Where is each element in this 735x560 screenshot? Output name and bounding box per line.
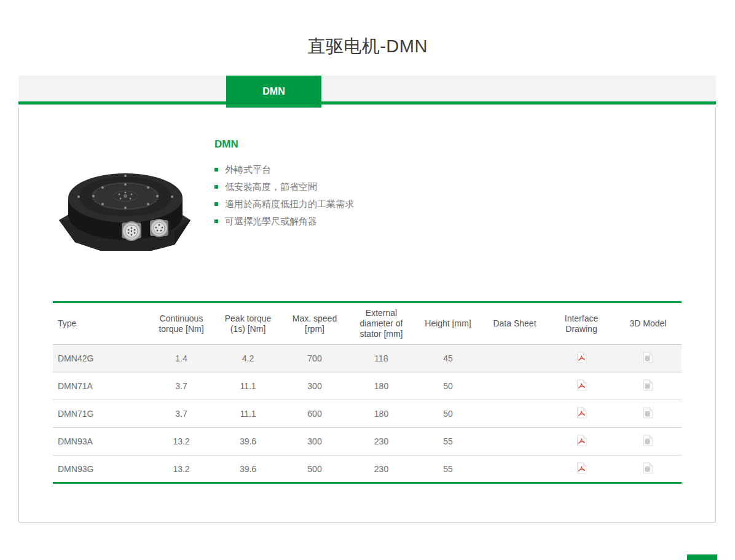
cell-3d-model xyxy=(615,373,682,400)
cell-type: DMN42G xyxy=(53,345,148,373)
connector-left xyxy=(122,222,141,240)
cell-max-speed: 300 xyxy=(281,428,348,455)
cell-data-sheet xyxy=(481,400,548,428)
3d-model-link[interactable] xyxy=(643,379,653,391)
column-header-external-diameter: External diameter of stator [mm] xyxy=(348,302,415,345)
cell-peak-torque: 11.1 xyxy=(214,373,281,400)
table-row: DMN93A13.239.630023055 xyxy=(53,428,682,455)
cell-max-speed: 500 xyxy=(281,455,348,483)
column-header-continuous-torque: Continuous torque [Nm] xyxy=(148,302,214,345)
table-row: DMN42G1.44.270011845 xyxy=(53,345,682,373)
cell-peak-torque: 4.2 xyxy=(214,345,281,373)
cell-3d-model xyxy=(615,455,682,483)
cell-data-sheet xyxy=(481,428,548,455)
feature-item: 外轉式平台 xyxy=(214,162,608,177)
cell-peak-torque: 11.1 xyxy=(214,400,281,428)
column-header-type: Type xyxy=(53,302,148,345)
3d-file-icon xyxy=(643,435,653,446)
column-header-peak-torque: Peak torque (1s) [Nm] xyxy=(214,302,281,345)
3d-file-icon xyxy=(643,407,653,419)
cell-type: DMN71A xyxy=(53,373,148,400)
pdf-icon xyxy=(576,407,587,419)
cell-type: DMN71G xyxy=(53,400,148,428)
cell-external-diameter: 180 xyxy=(348,373,415,400)
pdf-icon xyxy=(576,435,587,446)
dmn-motor-photo xyxy=(53,159,197,256)
cell-interface-drawing xyxy=(548,345,615,373)
feature-item: 適用於高精度低扭力的工業需求 xyxy=(214,197,608,211)
feature-text: 可選擇光學尺或解角器 xyxy=(225,214,317,229)
3d-file-icon xyxy=(643,379,653,391)
pdf-icon xyxy=(576,352,587,363)
column-header-data-sheet: Data Sheet xyxy=(481,302,548,345)
table-row: DMN71G3.711.160018050 xyxy=(53,400,682,428)
interface-drawing-link[interactable] xyxy=(576,352,587,363)
cell-peak-torque: 39.6 xyxy=(214,455,281,483)
3d-model-link[interactable] xyxy=(643,462,653,474)
feature-text: 適用於高精度低扭力的工業需求 xyxy=(225,197,354,211)
cell-max-speed: 600 xyxy=(281,400,348,428)
cell-data-sheet xyxy=(481,345,548,373)
bullet-square-icon xyxy=(214,202,218,206)
column-header-3d-model: 3D Model xyxy=(615,302,682,345)
cell-data-sheet xyxy=(481,373,548,400)
table-row: DMN93G13.239.650023055 xyxy=(53,455,682,483)
column-header-max-speed: Max. speed [rpm] xyxy=(281,302,348,345)
cell-type: DMN93G xyxy=(53,455,148,483)
cell-peak-torque: 39.6 xyxy=(214,428,281,455)
feature-text: 外轉式平台 xyxy=(225,162,271,177)
page-title: 直驱电机-DMN xyxy=(0,34,735,59)
interface-drawing-link[interactable] xyxy=(576,462,587,474)
feature-item: 可選擇光學尺或解角器 xyxy=(214,214,608,229)
feature-list: 外轉式平台低安裝高度，節省空間適用於高精度低扭力的工業需求可選擇光學尺或解角器 xyxy=(214,162,608,229)
pdf-icon xyxy=(576,379,587,391)
interface-drawing-link[interactable] xyxy=(576,407,587,419)
connector-right xyxy=(150,219,168,237)
pdf-icon xyxy=(576,462,587,474)
cell-continuous-torque: 13.2 xyxy=(148,428,214,455)
cell-external-diameter: 180 xyxy=(348,400,415,428)
product-image xyxy=(53,159,197,256)
spec-table-header-row: TypeContinuous torque [Nm]Peak torque (1… xyxy=(53,302,682,345)
cell-type: DMN93A xyxy=(53,428,148,455)
bullet-square-icon xyxy=(214,219,218,223)
cell-interface-drawing xyxy=(548,373,615,400)
product-panel: DMN 外轉式平台低安裝高度，節省空間適用於高精度低扭力的工業需求可選擇光學尺或… xyxy=(18,108,716,523)
cell-external-diameter: 230 xyxy=(348,455,415,483)
3d-model-link[interactable] xyxy=(643,352,653,363)
cell-3d-model xyxy=(615,345,682,373)
3d-model-link[interactable] xyxy=(643,435,653,446)
cell-continuous-torque: 13.2 xyxy=(148,455,214,483)
tab-dmn[interactable]: DMN xyxy=(226,76,321,108)
cell-height: 50 xyxy=(415,400,481,428)
bullet-square-icon xyxy=(214,168,218,172)
cell-height: 50 xyxy=(415,373,481,400)
cell-height: 55 xyxy=(415,428,481,455)
feature-text: 低安裝高度，節省空間 xyxy=(225,179,317,194)
back-to-top-button[interactable] xyxy=(687,554,717,560)
interface-drawing-link[interactable] xyxy=(576,379,587,391)
cell-3d-model xyxy=(615,400,682,428)
cell-max-speed: 300 xyxy=(281,373,348,400)
product-name: DMN xyxy=(214,138,608,151)
cell-max-speed: 700 xyxy=(281,345,348,373)
3d-model-link[interactable] xyxy=(643,407,653,419)
cell-external-diameter: 230 xyxy=(348,428,415,455)
bullet-square-icon xyxy=(214,185,218,189)
tab-bar: DMN xyxy=(18,76,716,105)
cell-continuous-torque: 1.4 xyxy=(148,345,214,373)
table-row: DMN71A3.711.130018050 xyxy=(53,373,682,400)
3d-file-icon xyxy=(643,352,653,363)
feature-item: 低安裝高度，節省空間 xyxy=(214,179,608,194)
cell-3d-model xyxy=(615,428,682,455)
cell-interface-drawing xyxy=(548,455,615,483)
product-info: DMN 外轉式平台低安裝高度，節省空間適用於高精度低扭力的工業需求可選擇光學尺或… xyxy=(214,138,608,231)
cell-height: 55 xyxy=(415,455,481,483)
cell-interface-drawing xyxy=(548,428,615,455)
cell-interface-drawing xyxy=(548,400,615,428)
cell-continuous-torque: 3.7 xyxy=(148,373,214,400)
interface-drawing-link[interactable] xyxy=(576,435,587,446)
column-header-height: Height [mm] xyxy=(415,302,481,345)
column-header-interface-drawing: Interface Drawing xyxy=(548,302,615,345)
spec-table: TypeContinuous torque [Nm]Peak torque (1… xyxy=(53,301,682,484)
